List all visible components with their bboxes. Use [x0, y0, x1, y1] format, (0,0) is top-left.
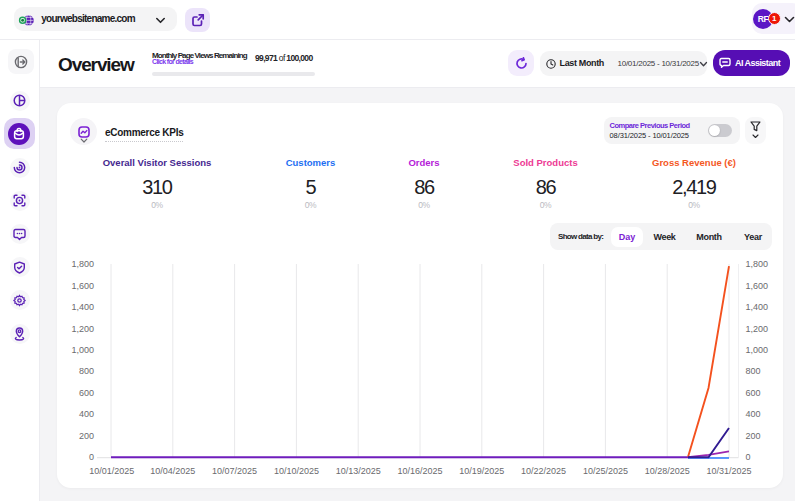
svg-text:600: 600 [746, 388, 761, 398]
svg-text:1,000: 1,000 [71, 345, 94, 355]
svg-text:10/25/2025: 10/25/2025 [583, 466, 628, 476]
svg-text:1,400: 1,400 [71, 302, 94, 312]
svg-text:1,400: 1,400 [746, 302, 769, 312]
svg-text:200: 200 [79, 431, 94, 441]
svg-text:1,800: 1,800 [71, 259, 94, 269]
svg-text:10/13/2025: 10/13/2025 [336, 466, 381, 476]
svg-text:10/01/2025: 10/01/2025 [89, 466, 134, 476]
svg-text:800: 800 [79, 366, 94, 376]
svg-text:600: 600 [79, 388, 94, 398]
svg-text:10/19/2025: 10/19/2025 [459, 466, 504, 476]
svg-text:1,600: 1,600 [746, 281, 769, 291]
svg-text:10/28/2025: 10/28/2025 [645, 466, 690, 476]
svg-text:0: 0 [746, 452, 751, 462]
svg-text:400: 400 [79, 409, 94, 419]
svg-text:400: 400 [746, 409, 761, 419]
svg-text:1,600: 1,600 [71, 281, 94, 291]
svg-text:0: 0 [89, 452, 94, 462]
svg-text:200: 200 [746, 431, 761, 441]
svg-text:10/10/2025: 10/10/2025 [274, 466, 319, 476]
svg-text:10/04/2025: 10/04/2025 [150, 466, 195, 476]
svg-text:1,000: 1,000 [746, 345, 769, 355]
svg-text:10/31/2025: 10/31/2025 [706, 466, 751, 476]
svg-text:1,200: 1,200 [746, 324, 769, 334]
svg-text:1,800: 1,800 [746, 259, 769, 269]
svg-text:1,200: 1,200 [71, 324, 94, 334]
svg-text:800: 800 [746, 366, 761, 376]
svg-text:10/16/2025: 10/16/2025 [397, 466, 442, 476]
svg-text:10/22/2025: 10/22/2025 [521, 466, 566, 476]
svg-text:10/07/2025: 10/07/2025 [212, 466, 257, 476]
